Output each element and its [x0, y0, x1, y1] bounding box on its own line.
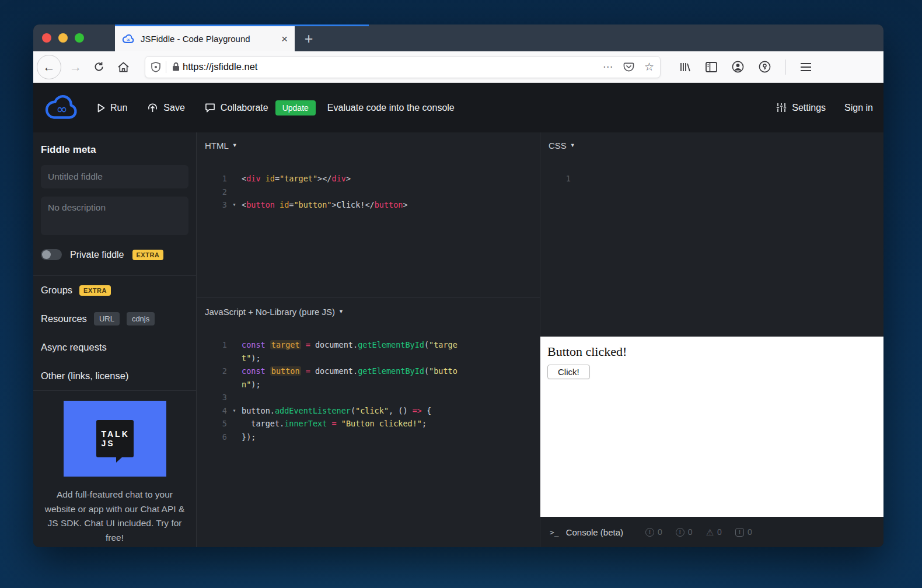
chevron-down-icon: ▼ [570, 142, 575, 148]
settings-button[interactable]: Settings [776, 103, 826, 113]
header-actions: Run Save Collaborate [97, 103, 268, 113]
code-line: 2const button = document.getElementById(… [197, 365, 540, 378]
run-button[interactable]: Run [97, 103, 127, 113]
jsfiddle-logo[interactable]: ∞ [44, 93, 80, 123]
close-window-button[interactable] [42, 33, 51, 43]
terminal-prompt-icon: >_ [550, 528, 559, 537]
url-separator [166, 61, 166, 73]
jsfiddle-header: ∞ Run Save Collaborate Update Evaluate c… [33, 83, 883, 132]
console-bar[interactable]: >_ Console (beta) ! 0 ! 0 ⚠ 0 ! 0 [540, 517, 883, 547]
navigation-bar: ← → https://jsfiddle.net ⋯ [33, 51, 883, 83]
result-heading: Button clicked! [547, 344, 876, 359]
log-count: 0 [658, 527, 662, 537]
private-fiddle-toggle[interactable] [41, 249, 62, 260]
console-warning-counter[interactable]: ⚠ 0 [706, 527, 722, 537]
editor-column-right: CSS ▼ 1 Button clicked! Click! >_ Consol… [540, 132, 883, 547]
url-text[interactable]: https://jsfiddle.net [183, 61, 257, 72]
tab-close-icon[interactable]: × [281, 33, 288, 44]
console-info-counter[interactable]: ! 0 [676, 527, 693, 537]
talkjs-logo-tail [116, 457, 123, 463]
talkjs-logo-text-top: TALK [102, 429, 134, 439]
result-panel: Button clicked! Click! [540, 337, 883, 517]
jsfiddle-favicon-icon: ∞ [122, 34, 135, 44]
url-bar-actions: ⋯ ☆ [603, 60, 654, 74]
sidebar-item-groups[interactable]: Groups EXTRA [41, 276, 188, 304]
js-panel-header[interactable]: JavaScript + No-Library (pure JS) ▼ [197, 299, 540, 324]
pocket-icon[interactable] [623, 62, 634, 72]
console-error-counter[interactable]: ! 0 [735, 527, 752, 537]
minimize-window-button[interactable] [58, 33, 68, 43]
fold-arrow-icon: ▾ [227, 404, 242, 418]
save-button[interactable]: Save [147, 103, 184, 113]
groups-label: Groups [41, 285, 72, 296]
css-editor[interactable]: 1 [540, 158, 883, 186]
other-label: Other (links, license) [41, 370, 128, 382]
code-line: 5 target.innerText = "Button clicked!"; [197, 417, 540, 430]
account-icon[interactable] [732, 61, 744, 73]
collaborate-button[interactable]: Collaborate [205, 103, 268, 113]
code-line: 1<div id="target"></div> [197, 172, 540, 186]
talkjs-ad-text[interactable]: Add full-featured chat to your website o… [41, 488, 188, 545]
fold-arrow-icon: ▾ [227, 198, 242, 212]
html-editor[interactable]: 1<div id="target"></div>23▾<button id="b… [197, 158, 540, 212]
zoom-window-button[interactable] [75, 33, 84, 43]
back-button[interactable]: ← [37, 55, 61, 79]
private-fiddle-label: Private fiddle [70, 250, 124, 260]
error-octagon-icon: ! [735, 528, 744, 537]
js-editor[interactable]: 1const target = document.getElementById(… [197, 324, 540, 443]
update-button[interactable]: Update [275, 100, 316, 116]
async-requests-label: Async requests [41, 342, 107, 353]
chevron-down-icon: ▼ [232, 142, 238, 148]
collaborate-label: Collaborate [221, 103, 268, 113]
css-panel: CSS ▼ 1 [540, 132, 883, 337]
sidebar-item-resources[interactable]: Resources URL cdnjs [41, 304, 188, 333]
tab-title: JSFiddle - Code Playground [141, 34, 277, 44]
library-icon[interactable] [679, 61, 691, 73]
css-panel-header[interactable]: CSS ▼ [540, 132, 883, 158]
reload-button[interactable] [90, 58, 107, 76]
fiddle-title-input[interactable] [41, 165, 188, 188]
forward-button[interactable]: → [68, 60, 83, 74]
home-button[interactable] [114, 58, 132, 76]
sidebar-item-other[interactable]: Other (links, license) [41, 362, 188, 390]
sidebar-toggle-icon[interactable] [706, 62, 717, 72]
toolbar-icons [679, 60, 811, 75]
url-bar[interactable]: https://jsfiddle.net ⋯ ☆ [145, 56, 661, 78]
save-icon [147, 103, 158, 113]
sign-in-button[interactable]: Sign in [844, 103, 873, 113]
tracking-protection-shield-icon[interactable] [151, 62, 160, 72]
play-icon [97, 103, 105, 113]
fiddle-description-input[interactable] [41, 197, 188, 235]
result-click-button[interactable]: Click! [547, 365, 590, 379]
talkjs-ad[interactable]: TALK JS Add full-featured chat to your w… [41, 391, 188, 545]
tab-bar: ∞ JSFiddle - Code Playground × + [33, 24, 883, 51]
code-line: 3 [197, 391, 540, 404]
js-panel-title: JavaScript + No-Library (pure JS) [205, 307, 335, 317]
extension-icon[interactable] [759, 61, 771, 73]
fiddle-meta-heading: Fiddle meta [41, 144, 188, 156]
code-line: 1const target = document.getElementById(… [197, 338, 540, 352]
code-line: n"); [197, 378, 540, 391]
sidebar-item-async-requests[interactable]: Async requests [41, 333, 188, 362]
cdnjs-badge[interactable]: cdnjs [127, 312, 155, 326]
lock-icon [172, 62, 180, 72]
console-log-counter[interactable]: ! 0 [645, 527, 662, 537]
code-line: 2 [197, 186, 540, 199]
error-count: 0 [748, 527, 752, 537]
page-actions-icon[interactable]: ⋯ [603, 61, 613, 73]
new-tab-button[interactable]: + [297, 26, 320, 51]
html-panel: HTML ▼ 1<div id="target"></div>23▾<butto… [197, 132, 540, 298]
bookmark-star-icon[interactable]: ☆ [644, 60, 654, 74]
html-panel-header[interactable]: HTML ▼ [197, 132, 540, 158]
menu-hamburger-icon[interactable] [801, 63, 811, 71]
talkjs-ad-image[interactable]: TALK JS [64, 401, 166, 477]
editor-column-left: HTML ▼ 1<div id="target"></div>23▾<butto… [197, 132, 540, 547]
talkjs-logo-text-bottom: JS [102, 439, 134, 448]
url-badge[interactable]: URL [94, 312, 120, 326]
nav-buttons: ← → [33, 55, 132, 79]
browser-window: ∞ JSFiddle - Code Playground × + ← → [33, 24, 883, 547]
info-count: 0 [688, 527, 693, 537]
browser-tab[interactable]: ∞ JSFiddle - Code Playground × [115, 26, 295, 51]
code-line: 4▾button.addEventListener("click", () =>… [197, 404, 540, 418]
extra-badge: EXTRA [79, 285, 111, 296]
